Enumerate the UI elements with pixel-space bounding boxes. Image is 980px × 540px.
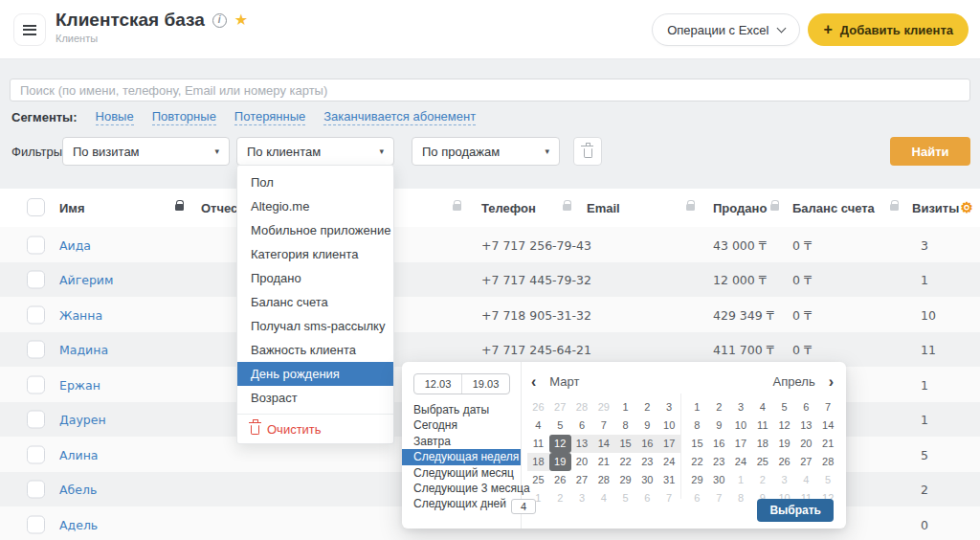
- client-name-link[interactable]: Алина: [59, 447, 99, 461]
- calendar-day[interactable]: 2: [708, 398, 730, 416]
- calendar-day[interactable]: 11: [751, 416, 773, 435]
- calendar-day[interactable]: 14: [592, 435, 614, 453]
- calendar-day[interactable]: 1: [614, 398, 636, 416]
- calendar-day[interactable]: 24: [730, 453, 752, 471]
- datepicker-preset[interactable]: Завтра: [413, 434, 521, 449]
- prev-month-icon[interactable]: ‹: [531, 375, 536, 388]
- excel-operations-button[interactable]: Операции с Excel: [652, 13, 800, 46]
- select-all-checkbox[interactable]: [27, 198, 45, 216]
- column-header-email[interactable]: Email: [587, 201, 620, 215]
- menu-toggle-button[interactable]: [13, 13, 46, 46]
- calendar-day[interactable]: 19: [773, 435, 795, 453]
- calendar-day[interactable]: 1: [527, 489, 549, 507]
- calendar-day[interactable]: 4: [751, 398, 773, 416]
- search-input[interactable]: [10, 79, 970, 101]
- segment-link[interactable]: Потерянные: [234, 109, 305, 125]
- row-checkbox[interactable]: [27, 236, 45, 254]
- calendar-day[interactable]: 7: [708, 489, 730, 507]
- calendar-day[interactable]: 3: [773, 471, 795, 489]
- calendar-day[interactable]: 28: [571, 398, 593, 416]
- client-name-link[interactable]: Жанна: [59, 307, 102, 322]
- calendar-day[interactable]: 2: [549, 489, 571, 507]
- calendar-day[interactable]: 26: [549, 471, 571, 489]
- filter-menu-item[interactable]: Пол: [237, 170, 393, 194]
- column-header-name[interactable]: Имя: [59, 201, 85, 215]
- calendar-day[interactable]: 2: [636, 398, 658, 416]
- datepicker-preset[interactable]: Выбрать даты: [413, 402, 521, 417]
- calendar-day[interactable]: 6: [636, 489, 658, 507]
- calendar-day[interactable]: 25: [751, 453, 773, 471]
- datepicker-preset[interactable]: Следующие 3 месяца: [413, 481, 521, 496]
- calendar-day[interactable]: 20: [795, 435, 817, 453]
- client-name-link[interactable]: Даурен: [59, 413, 106, 427]
- calendar-day[interactable]: 4: [527, 416, 549, 435]
- calendar-day[interactable]: 28: [592, 471, 614, 489]
- calendar-day[interactable]: 7: [592, 416, 614, 435]
- row-checkbox[interactable]: [27, 271, 45, 289]
- filter-select-visits[interactable]: По визитам ▾: [62, 137, 230, 166]
- calendar-day[interactable]: 17: [730, 435, 752, 453]
- calendar-day[interactable]: 3: [658, 398, 680, 416]
- calendar-day[interactable]: 29: [686, 471, 708, 489]
- calendar-day[interactable]: 16: [708, 435, 730, 453]
- calendar-day[interactable]: 26: [527, 398, 549, 416]
- calendar-day[interactable]: 8: [614, 416, 636, 435]
- calendar-day[interactable]: 23: [708, 453, 730, 471]
- date-from-value[interactable]: 12.03: [414, 374, 461, 394]
- calendar-day[interactable]: 5: [614, 489, 636, 507]
- filter-menu-item[interactable]: Altegio.me: [237, 194, 393, 218]
- apply-dates-button[interactable]: Выбрать: [757, 499, 834, 522]
- calendar-day[interactable]: 12: [549, 435, 571, 453]
- clear-filters-button[interactable]: [573, 137, 602, 166]
- row-checkbox[interactable]: [27, 515, 45, 533]
- column-header-visits[interactable]: Визиты: [912, 201, 960, 215]
- calendar-day[interactable]: 10: [730, 416, 752, 435]
- calendar-day[interactable]: 27: [795, 453, 817, 471]
- row-checkbox[interactable]: [27, 411, 45, 429]
- filter-menu-item[interactable]: Мобильное приложение: [237, 218, 393, 242]
- calendar-day[interactable]: 25: [527, 471, 549, 489]
- calendar-day[interactable]: 13: [795, 416, 817, 435]
- segment-link[interactable]: Новые: [96, 109, 134, 125]
- client-name-link[interactable]: Аида: [59, 237, 91, 252]
- datepicker-preset[interactable]: Следующих дней4: [413, 496, 521, 511]
- menu-clear-button[interactable]: Очистить: [237, 414, 393, 443]
- column-header-balance[interactable]: Баланс счета: [792, 201, 875, 215]
- add-client-button[interactable]: + Добавить клиента: [808, 13, 969, 46]
- column-settings-gear-icon[interactable]: ⚙: [961, 200, 973, 214]
- find-button[interactable]: Найти: [890, 137, 970, 166]
- info-icon[interactable]: i: [212, 13, 227, 28]
- calendar-day[interactable]: 7: [658, 489, 680, 507]
- calendar-day[interactable]: 19: [549, 453, 571, 471]
- date-to-value[interactable]: 19.03: [461, 374, 509, 394]
- calendar-day[interactable]: 28: [817, 453, 839, 471]
- calendar-day[interactable]: 5: [817, 471, 839, 489]
- calendar-day[interactable]: 29: [614, 471, 636, 489]
- datepicker-preset[interactable]: Сегодня: [413, 417, 521, 433]
- datepicker-preset[interactable]: Следующая неделя: [402, 449, 521, 464]
- calendar-day[interactable]: 23: [636, 453, 658, 471]
- calendar-day[interactable]: 12: [773, 416, 795, 435]
- client-name-link[interactable]: Ержан: [59, 377, 100, 392]
- row-checkbox[interactable]: [27, 375, 45, 394]
- client-name-link[interactable]: Адель: [59, 517, 98, 531]
- calendar-day[interactable]: 6: [571, 416, 593, 435]
- calendar-day[interactable]: 20: [571, 453, 593, 471]
- favorite-star-icon[interactable]: ★: [234, 12, 248, 28]
- column-header-phone[interactable]: Телефон: [481, 201, 536, 215]
- calendar-day[interactable]: 14: [817, 416, 839, 435]
- calendar-day[interactable]: 10: [658, 416, 680, 435]
- calendar-day[interactable]: 17: [658, 435, 680, 453]
- calendar-day[interactable]: 24: [658, 453, 680, 471]
- calendar-day[interactable]: 9: [636, 416, 658, 435]
- filter-menu-item[interactable]: Возраст: [237, 386, 393, 410]
- calendar-day[interactable]: 1: [730, 471, 752, 489]
- filter-menu-item[interactable]: Получал sms-рассылку: [237, 314, 393, 338]
- filter-menu-item[interactable]: Продано: [237, 266, 393, 290]
- row-checkbox[interactable]: [27, 305, 45, 324]
- calendar-day[interactable]: 21: [817, 435, 839, 453]
- calendar-day[interactable]: 31: [658, 471, 680, 489]
- next-month-icon[interactable]: ›: [829, 375, 834, 388]
- calendar-day[interactable]: 4: [592, 489, 614, 507]
- calendar-day[interactable]: 6: [686, 489, 708, 507]
